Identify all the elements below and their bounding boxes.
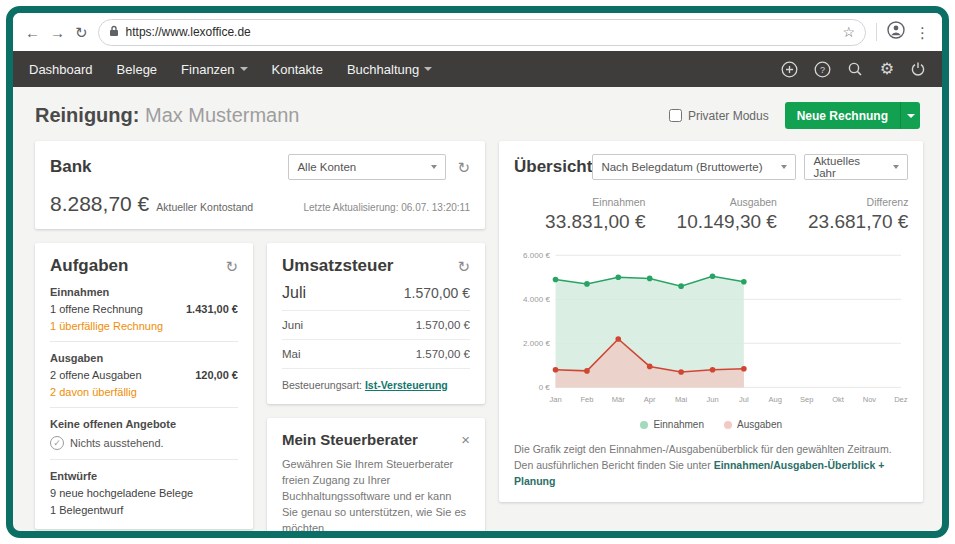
new-invoice-dropdown-button[interactable] [900,102,920,129]
private-mode-checkbox[interactable] [669,109,682,122]
overdue-expenses-row[interactable]: 2 davon überfällig [50,386,238,398]
toolbar-separator [876,23,877,41]
new-invoice-button[interactable]: Neue Rechnung [785,102,900,129]
forward-icon[interactable]: → [50,25,65,40]
year-select[interactable]: Aktuelles Jahr [804,154,908,180]
svg-text:4.000 €: 4.000 € [523,295,550,304]
steuerberater-card: Mein Steuerberater × Gewähren Sie Ihrem … [267,418,485,531]
uebersicht-title: Übersicht [514,157,592,177]
chevron-down-icon [893,165,899,169]
svg-text:Mär: Mär [612,395,625,404]
nav-item-belege[interactable]: Belege [117,62,157,77]
svg-text:Feb: Feb [580,395,593,404]
nav-item-finanzen[interactable]: Finanzen [181,62,247,77]
section-divider [50,407,238,408]
browser-window: ← → ↻ https://www.lexoffice.de ☆ ⋮ Dashb… [6,6,949,538]
power-icon[interactable] [910,61,926,77]
svg-text:Jul: Jul [739,395,749,404]
bookmark-star-icon[interactable]: ☆ [842,24,855,40]
search-icon[interactable] [847,61,864,78]
main-content: Reinigung: Max Mustermann Privater Modus… [13,87,942,531]
umsatzsteuer-card: Umsatzsteuer ↻ Juli 1.570,00 € Juni 1.57… [267,243,485,404]
new-invoice-split-button: Neue Rechnung [785,102,920,129]
aufgaben-title: Aufgaben [50,256,128,276]
steuerberater-text: Gewähren Sie Ihrem Steuerberater freien … [282,457,470,531]
uebersicht-card: Übersicht Nach Belegdatum (Bruttowerte) … [499,141,923,502]
aufgaben-refresh-icon[interactable]: ↻ [225,259,238,274]
svg-text:?: ? [820,65,825,75]
chevron-down-icon [907,114,915,118]
nav-item-dashboard[interactable]: Dashboard [29,62,93,77]
vat-row: Mai 1.570,00 € [282,340,470,369]
tax-type-link[interactable]: Ist-Versteuerung [365,379,448,391]
filter-select[interactable]: Nach Belegdatum (Bruttowerte) [592,154,796,180]
svg-text:2.000 €: 2.000 € [523,339,550,348]
stat-ausgaben: Ausgaben 10.149,30 € [645,196,776,233]
chevron-down-icon [781,165,787,169]
chevron-down-icon [431,165,437,169]
bank-last-update: Letzte Aktualisierung: 06.07. 13:20:11 [303,202,470,213]
drafts-row-1[interactable]: 9 neue hochgeladene Belege [50,487,238,499]
reload-icon[interactable]: ↻ [75,25,88,40]
overview-stats: Einnahmen 33.831,00 € Ausgaben 10.149,30… [514,196,908,233]
legend-dot-einnahmen [640,421,648,429]
bank-refresh-icon[interactable]: ↻ [457,160,470,175]
stat-einnahmen: Einnahmen 33.831,00 € [514,196,645,233]
chevron-down-icon [240,67,248,71]
overdue-invoice-row[interactable]: 1 überfällige Rechnung [50,320,238,332]
help-icon[interactable]: ? [814,61,831,78]
steuerberater-title: Mein Steuerberater [282,431,418,448]
profile-icon[interactable] [887,21,905,43]
nav-item-kontakte[interactable]: Kontakte [272,62,323,77]
browser-toolbar: ← → ↻ https://www.lexoffice.de ☆ ⋮ [13,13,942,51]
svg-text:Okt: Okt [832,395,845,404]
income-expense-chart: 0 €2.000 €4.000 €6.000 €JanFebMärAprMaiJ… [514,241,908,417]
svg-text:Jan: Jan [549,395,561,404]
drafts-row-2[interactable]: 1 Belegentwurf [50,504,238,516]
private-mode-label: Privater Modus [688,109,769,123]
svg-text:Aug: Aug [769,395,782,404]
overview-footer: Die Grafik zeigt den Einnahmen-/Ausgaben… [514,442,908,489]
umsatzsteuer-refresh-icon[interactable]: ↻ [457,259,470,274]
offers-status-row: ✓ Nichts ausstehend. [50,436,238,450]
accounts-select[interactable]: Alle Konten [288,154,446,180]
bank-title: Bank [50,157,92,177]
browser-menu-icon[interactable]: ⋮ [915,25,930,40]
svg-text:Apr: Apr [644,395,656,404]
nav-item-buchhaltung[interactable]: Buchhaltung [347,62,432,77]
page-header: Reinigung: Max Mustermann Privater Modus… [13,87,942,141]
check-icon: ✓ [50,436,64,450]
svg-text:Sep: Sep [800,395,813,404]
section-divider [50,459,238,460]
vat-row: Juni 1.570,00 € [282,311,470,340]
chevron-down-icon [424,67,432,71]
aufgaben-ausgaben-heading: Ausgaben [50,352,238,364]
legend-einnahmen: Einnahmen [640,419,704,430]
svg-text:Mai: Mai [675,395,687,404]
legend-ausgaben: Ausgaben [724,419,782,430]
open-expenses-row[interactable]: 2 offene Ausgaben 120,00 € [50,369,238,381]
open-invoice-row[interactable]: 1 offene Rechnung 1.431,00 € [50,303,238,315]
chart-canvas: 0 €2.000 €4.000 €6.000 €JanFebMärAprMaiJ… [514,241,908,413]
back-icon[interactable]: ← [25,25,40,40]
umsatzsteuer-title: Umsatzsteuer [282,256,394,276]
page-title: Reinigung: Max Mustermann [35,104,300,127]
svg-text:Dez: Dez [894,395,908,404]
add-icon[interactable] [781,61,798,78]
svg-text:0 €: 0 € [539,383,551,392]
gear-icon[interactable]: ⚙ [880,61,894,77]
section-divider [50,341,238,342]
svg-text:Nov: Nov [863,395,877,404]
vat-row: Juli 1.570,00 € [282,276,470,311]
aufgaben-card: Aufgaben ↻ Einnahmen 1 offene Rechnung 1… [35,243,253,529]
close-icon[interactable]: × [461,432,470,447]
private-mode-toggle[interactable]: Privater Modus [669,109,769,123]
app-navbar: Dashboard Belege Finanzen Kontakte Buchh… [13,51,942,87]
lock-icon [109,23,119,41]
svg-text:6.000 €: 6.000 € [523,251,550,260]
bank-balance-caption: Aktueller Kontostand [156,201,253,213]
svg-text:Jun: Jun [706,395,718,404]
tax-type-row: Besteuerungsart: Ist-Versteuerung [282,369,470,391]
address-bar[interactable]: https://www.lexoffice.de ☆ [98,19,866,46]
bank-card: Bank Alle Konten ↻ 8.288,70 € Aktueller … [35,141,485,229]
